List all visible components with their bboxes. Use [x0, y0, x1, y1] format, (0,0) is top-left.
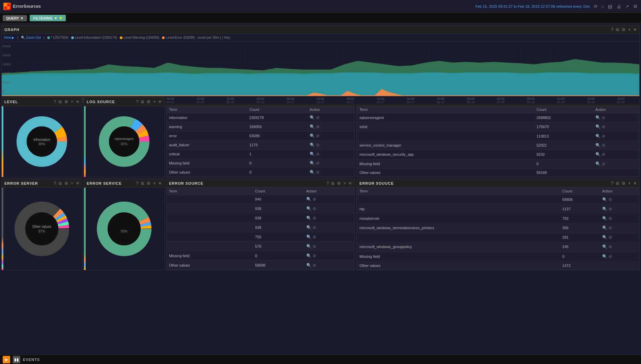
ll-ban-icon[interactable]: ⊘: [316, 170, 319, 175]
esrc2-add-icon[interactable]: +: [628, 181, 631, 186]
esvc-settings-icon[interactable]: ⚙: [147, 181, 150, 186]
log-src-copy-icon[interactable]: ⧉: [141, 99, 144, 104]
ls-search-icon[interactable]: 🔍: [595, 152, 601, 157]
esrc-search-icon[interactable]: 🔍: [306, 263, 311, 268]
esvc-copy-icon[interactable]: ⧉: [141, 181, 144, 186]
ll-ban-icon[interactable]: ⊘: [316, 115, 319, 120]
ll-search-icon[interactable]: 🔍: [310, 161, 315, 165]
level-add-icon[interactable]: +: [71, 99, 73, 104]
es-info-icon[interactable]: ?: [54, 181, 56, 186]
status-btn-orange[interactable]: ▶: [3, 356, 10, 363]
print-icon[interactable]: 🖨: [616, 4, 621, 9]
esvc-add-icon[interactable]: +: [153, 181, 156, 186]
esrc-search-icon[interactable]: 🔍: [306, 216, 311, 220]
ls-ban-icon[interactable]: ⊘: [602, 134, 605, 139]
esrc2-ban-icon[interactable]: ⊘: [609, 244, 612, 249]
es-add-icon[interactable]: +: [71, 181, 73, 186]
esrc2-search-icon[interactable]: 🔍: [602, 225, 607, 230]
esrc-close-icon[interactable]: ✕: [349, 181, 352, 186]
esrc2-ban-icon[interactable]: ⊘: [609, 254, 612, 259]
ll-ban-icon[interactable]: ⊘: [316, 143, 319, 147]
esvc-info-icon[interactable]: ?: [136, 181, 138, 186]
zoom-out-link[interactable]: 🔍 Zoom Out: [21, 36, 41, 39]
ls-ban-icon[interactable]: ⊘: [602, 124, 605, 129]
esrc2-search-icon[interactable]: 🔍: [602, 197, 607, 202]
ll-search-icon[interactable]: 🔍: [310, 133, 315, 138]
graph-close-icon[interactable]: ✕: [633, 27, 637, 32]
status-btn-gray[interactable]: ▮▮: [13, 356, 20, 363]
folder-icon[interactable]: ▤: [608, 4, 612, 9]
es-copy-icon[interactable]: ⧉: [59, 181, 62, 186]
query-button[interactable]: QUERY ▼: [3, 15, 27, 21]
log-src-info-icon[interactable]: ?: [136, 99, 138, 104]
es-close-icon[interactable]: ✕: [76, 181, 79, 186]
ll-search-icon[interactable]: 🔍: [310, 152, 315, 156]
ll-search-icon[interactable]: 🔍: [310, 115, 315, 120]
ls-ban-icon[interactable]: ⊘: [602, 152, 605, 157]
esrc-search-icon[interactable]: 🔍: [306, 235, 311, 239]
esrc2-search-icon[interactable]: 🔍: [602, 207, 607, 211]
log-src-close-icon[interactable]: ✕: [158, 99, 162, 104]
ll-ban-icon[interactable]: ⊘: [316, 161, 319, 165]
esrc2-search-icon[interactable]: 🔍: [602, 254, 607, 259]
level-settings-icon[interactable]: ⚙: [64, 99, 68, 104]
esrc2-ban-icon[interactable]: ⊘: [609, 225, 612, 230]
graph-area[interactable]: 25000 20000 15000 10000 5000 0: [2, 41, 639, 96]
ll-search-icon[interactable]: 🔍: [310, 143, 315, 147]
esrc2-search-icon[interactable]: 🔍: [602, 216, 607, 221]
esrc2-close-icon[interactable]: ✕: [633, 181, 637, 186]
esrc2-settings-icon[interactable]: ⚙: [622, 181, 625, 186]
log-src-settings-icon[interactable]: ⚙: [147, 99, 150, 104]
view-link[interactable]: View ▶: [4, 36, 15, 39]
ls-ban-icon[interactable]: ⊘: [602, 161, 605, 166]
graph-add-icon[interactable]: +: [628, 27, 631, 32]
esrc-ban-icon[interactable]: ⊘: [313, 235, 316, 239]
graph-copy-icon[interactable]: ⧉: [616, 27, 619, 32]
esrc-search-icon[interactable]: 🔍: [306, 197, 311, 202]
esrc-info-icon[interactable]: ?: [327, 181, 329, 186]
settings-icon[interactable]: ⚙: [633, 4, 638, 9]
esrc-add-icon[interactable]: +: [343, 181, 346, 186]
ll-search-icon[interactable]: 🔍: [310, 170, 315, 175]
ls-search-icon[interactable]: 🔍: [595, 115, 601, 120]
ll-ban-icon[interactable]: ⊘: [316, 124, 319, 129]
ls-search-icon[interactable]: 🔍: [595, 143, 601, 148]
refresh-icon[interactable]: ⟳: [594, 4, 598, 9]
esrc2-search-icon[interactable]: 🔍: [602, 244, 607, 249]
ls-search-icon[interactable]: 🔍: [595, 124, 601, 129]
share-icon[interactable]: ↗: [625, 4, 629, 9]
esrc2-ban-icon[interactable]: ⊘: [609, 197, 612, 202]
esrc-ban-icon[interactable]: ⊘: [313, 216, 316, 220]
esrc-ban-icon[interactable]: ⊘: [313, 263, 316, 268]
esrc-copy-icon[interactable]: ⧉: [331, 181, 334, 186]
level-info-icon[interactable]: ?: [54, 99, 56, 104]
esrc-ban-icon[interactable]: ⊘: [313, 206, 316, 211]
esrc-ban-icon[interactable]: ⊘: [313, 253, 316, 258]
esvc-close-icon[interactable]: ✕: [158, 181, 162, 186]
level-copy-icon[interactable]: ⧉: [59, 99, 62, 104]
ls-search-icon[interactable]: 🔍: [595, 161, 601, 166]
esrc-search-icon[interactable]: 🔍: [306, 253, 311, 258]
esrc2-copy-icon[interactable]: ⧉: [616, 181, 619, 186]
esrc2-search-icon[interactable]: 🔍: [602, 235, 607, 240]
esrc-ban-icon[interactable]: ⊘: [313, 244, 316, 249]
ll-ban-icon[interactable]: ⊘: [316, 133, 319, 138]
ls-search-icon[interactable]: 🔍: [595, 134, 601, 139]
refresh-text[interactable]: refreshed every 15m: [556, 4, 590, 8]
esrc-ban-icon[interactable]: ⊘: [313, 197, 316, 202]
esrc-search-icon[interactable]: 🔍: [306, 244, 311, 249]
esrc2-info-icon[interactable]: ?: [611, 181, 613, 186]
esrc2-ban-icon[interactable]: ⊘: [609, 235, 612, 240]
home-icon[interactable]: ⌂: [601, 4, 604, 9]
graph-settings-icon[interactable]: ⚙: [622, 27, 625, 32]
esrc-search-icon[interactable]: 🔍: [306, 225, 311, 230]
filtering-button[interactable]: FILTERING ▼ ★: [30, 15, 65, 21]
ll-search-icon[interactable]: 🔍: [310, 124, 315, 129]
esrc2-ban-icon[interactable]: ⊘: [609, 207, 612, 211]
es-settings-icon[interactable]: ⚙: [64, 181, 68, 186]
log-src-add-icon[interactable]: +: [153, 99, 156, 104]
esrc2-ban-icon[interactable]: ⊘: [609, 216, 612, 221]
graph-info-icon[interactable]: ?: [611, 27, 613, 32]
ls-ban-icon[interactable]: ⊘: [602, 115, 605, 120]
esrc-settings-icon[interactable]: ⚙: [337, 181, 341, 186]
